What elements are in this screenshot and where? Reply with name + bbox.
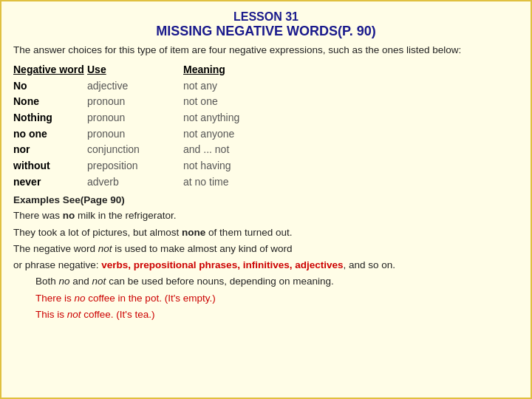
bold-no: no — [63, 210, 75, 221]
example-4: or phrase negative: verbs, prepositional… — [13, 258, 519, 273]
word-nothing: Nothing — [13, 110, 87, 126]
intro-text: The answer choices for this type of item… — [13, 44, 519, 58]
example-5: Both no and not can be used before nouns… — [35, 274, 519, 289]
bold-none: none — [182, 227, 205, 238]
italic-not: not — [92, 276, 106, 287]
example-2: They took a lot of pictures, but almost … — [13, 225, 519, 240]
use-without: preposition — [87, 158, 183, 174]
table-header-row: Negative word Use Meaning — [13, 62, 519, 78]
table-row: None pronoun not one — [13, 94, 519, 110]
meaning-none: not one — [183, 94, 519, 110]
word-no: No — [13, 78, 87, 95]
meaning-never: at no time — [183, 174, 519, 191]
title-section: LESSON 31 MISSING NEGATIVE WORDS(P. 90) — [13, 10, 519, 39]
col-header-use: Use — [87, 62, 183, 78]
lesson-subtitle: MISSING NEGATIVE WORDS(P. 90) — [13, 24, 519, 39]
word-nor: nor — [13, 142, 87, 158]
italic-no-2: no — [75, 293, 86, 304]
italic-not-2: not — [67, 309, 81, 320]
table-row: never adverb at no time — [13, 174, 519, 191]
page-container: LESSON 31 MISSING NEGATIVE WORDS(P. 90) … — [0, 0, 532, 399]
word-never: never — [13, 174, 87, 191]
word-none: None — [13, 94, 87, 110]
col-header-word: Negative word — [13, 62, 87, 78]
meaning-no: not any — [183, 78, 519, 95]
meaning-noone: not anyone — [183, 126, 519, 143]
lesson-title: LESSON 31 — [13, 10, 519, 24]
table-row: without preposition not having — [13, 158, 519, 174]
example-7: This is not coffee. (It's tea.) — [35, 307, 519, 322]
example-3: The negative word not is used to make al… — [13, 242, 519, 256]
word-without: without — [13, 158, 87, 174]
col-header-meaning: Meaning — [183, 62, 519, 78]
word-not-italic: not — [98, 243, 112, 254]
italic-no: no — [59, 276, 70, 287]
use-nor: conjunction — [87, 142, 183, 158]
table-row: nor conjunction and ... not — [13, 142, 519, 158]
meaning-nothing: not anything — [183, 110, 519, 126]
use-none: pronoun — [87, 94, 183, 110]
example-1: There was no milk in the refrigerator. — [13, 208, 519, 223]
example-6: There is no coffee in the pot. (It's emp… — [35, 291, 519, 306]
colored-list: verbs, prepositional phrases, infinitive… — [101, 259, 343, 270]
negative-words-table: Negative word Use Meaning No adjective n… — [13, 62, 519, 191]
table-row: Nothing pronoun not anything — [13, 110, 519, 126]
use-noone: pronoun — [87, 126, 183, 143]
use-no: adjective — [87, 78, 183, 95]
table-row: no one pronoun not anyone — [13, 126, 519, 143]
use-never: adverb — [87, 174, 183, 191]
use-nothing: pronoun — [87, 110, 183, 126]
word-noone: no one — [13, 126, 87, 143]
examples-header: Examples See(Page 90) — [13, 194, 519, 205]
table-row: No adjective not any — [13, 78, 519, 95]
meaning-without: not having — [183, 158, 519, 174]
meaning-nor: and ... not — [183, 142, 519, 158]
